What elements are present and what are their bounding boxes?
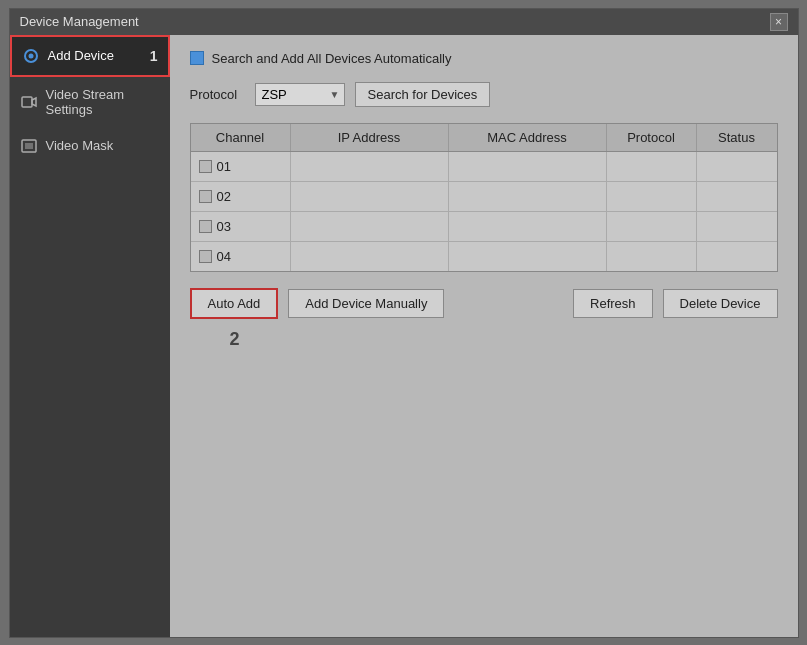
device-management-dialog: Device Management × Add Device 1 [9, 8, 799, 638]
table-row[interactable]: 02 [191, 182, 777, 212]
sidebar-video-mask-label: Video Mask [46, 138, 114, 153]
protocol-label: Protocol [190, 87, 245, 102]
cell-status-2 [697, 182, 777, 211]
delete-device-button[interactable]: Delete Device [663, 289, 778, 318]
close-button[interactable]: × [770, 13, 788, 31]
search-devices-button[interactable]: Search for Devices [355, 82, 491, 107]
protocol-row: Protocol ZSP ▼ Search for Devices [190, 82, 778, 107]
cell-mac-4 [449, 242, 607, 271]
cell-mac-1 [449, 152, 607, 181]
refresh-button[interactable]: Refresh [573, 289, 653, 318]
auto-add-label: Search and Add All Devices Automatically [212, 51, 452, 66]
cell-channel-1: 01 [191, 152, 291, 181]
cell-protocol-1 [607, 152, 697, 181]
cell-status-3 [697, 212, 777, 241]
table-row[interactable]: 03 [191, 212, 777, 242]
dialog-title: Device Management [20, 14, 139, 29]
sidebar-item-add-device[interactable]: Add Device 1 [10, 35, 170, 77]
table-header: Channel IP Address MAC Address Protocol … [191, 124, 777, 152]
cell-channel-2: 02 [191, 182, 291, 211]
table-row[interactable]: 01 [191, 152, 777, 182]
cell-ip-1 [291, 152, 449, 181]
cell-ip-4 [291, 242, 449, 271]
cell-ip-3 [291, 212, 449, 241]
mask-icon [20, 137, 38, 155]
row-checkbox-1[interactable] [199, 160, 212, 173]
step1-badge: 1 [150, 48, 158, 64]
step2-badge: 2 [230, 329, 240, 349]
row-checkbox-4[interactable] [199, 250, 212, 263]
sidebar-video-stream-label: Video Stream Settings [46, 87, 160, 117]
protocol-select-wrapper: ZSP ▼ [255, 83, 345, 106]
action-row: Auto Add Add Device Manually Refresh Del… [190, 288, 778, 319]
svg-rect-5 [25, 143, 33, 149]
row-checkbox-3[interactable] [199, 220, 212, 233]
col-channel: Channel [191, 124, 291, 151]
cell-protocol-3 [607, 212, 697, 241]
cell-channel-4: 04 [191, 242, 291, 271]
cell-status-4 [697, 242, 777, 271]
cell-protocol-2 [607, 182, 697, 211]
video-icon [20, 93, 38, 111]
sidebar-item-video-mask[interactable]: Video Mask [10, 127, 170, 165]
col-protocol: Protocol [607, 124, 697, 151]
svg-rect-2 [22, 97, 32, 107]
title-bar: Device Management × [10, 9, 798, 35]
cell-channel-3: 03 [191, 212, 291, 241]
protocol-select[interactable]: ZSP [255, 83, 345, 106]
main-content: Add Device 1 Video Stream Settings [10, 35, 798, 637]
svg-marker-3 [32, 98, 36, 106]
col-ip: IP Address [291, 124, 449, 151]
cell-mac-3 [449, 212, 607, 241]
device-table: Channel IP Address MAC Address Protocol … [190, 123, 778, 272]
cell-status-1 [697, 152, 777, 181]
auto-add-button[interactable]: Auto Add [190, 288, 279, 319]
svg-point-1 [28, 53, 33, 58]
cell-protocol-4 [607, 242, 697, 271]
add-manually-button[interactable]: Add Device Manually [288, 289, 444, 318]
auto-add-checkbox[interactable] [190, 51, 204, 65]
table-row[interactable]: 04 [191, 242, 777, 271]
sidebar-item-video-stream[interactable]: Video Stream Settings [10, 77, 170, 127]
row-checkbox-2[interactable] [199, 190, 212, 203]
camera-icon [22, 47, 40, 65]
cell-mac-2 [449, 182, 607, 211]
col-status: Status [697, 124, 777, 151]
sidebar-add-device-label: Add Device [48, 48, 114, 63]
sidebar: Add Device 1 Video Stream Settings [10, 35, 170, 637]
col-mac: MAC Address [449, 124, 607, 151]
cell-ip-2 [291, 182, 449, 211]
main-panel: Search and Add All Devices Automatically… [170, 35, 798, 637]
auto-add-row: Search and Add All Devices Automatically [190, 51, 778, 66]
